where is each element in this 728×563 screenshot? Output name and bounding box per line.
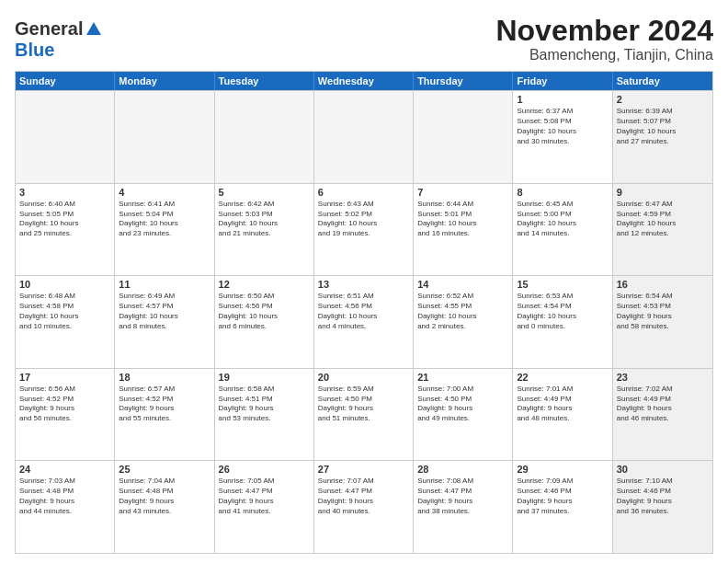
day-number: 21 (417, 372, 508, 383)
calendar-cell: 24Sunrise: 7:03 AMSunset: 4:48 PMDayligh… (16, 461, 115, 553)
day-number: 15 (517, 279, 608, 290)
calendar-cell: 7Sunrise: 6:44 AMSunset: 5:01 PMDaylight… (414, 184, 513, 276)
day-number: 19 (219, 372, 310, 383)
day-number: 18 (119, 372, 210, 383)
day-info: Sunrise: 6:56 AMSunset: 4:52 PMDaylight:… (19, 385, 110, 424)
calendar-cell: 29Sunrise: 7:09 AMSunset: 4:46 PMDayligh… (513, 461, 612, 553)
day-number: 25 (119, 464, 210, 475)
calendar-cell: 18Sunrise: 6:57 AMSunset: 4:52 PMDayligh… (115, 369, 214, 461)
day-number: 9 (617, 187, 709, 198)
day-number: 7 (417, 187, 508, 198)
page: General Blue November 2024 Bamencheng, T… (0, 0, 728, 563)
day-number: 20 (318, 372, 409, 383)
day-number: 4 (119, 187, 210, 198)
calendar-cell: 15Sunrise: 6:53 AMSunset: 4:54 PMDayligh… (513, 276, 612, 368)
day-info: Sunrise: 6:47 AMSunset: 4:59 PMDaylight:… (617, 200, 709, 239)
month-title: November 2024 (495, 15, 713, 47)
calendar-cell: 9Sunrise: 6:47 AMSunset: 4:59 PMDaylight… (613, 184, 712, 276)
calendar-day-header: Saturday (613, 72, 712, 90)
day-number: 27 (318, 464, 409, 475)
day-info: Sunrise: 6:37 AMSunset: 5:08 PMDaylight:… (517, 107, 608, 146)
day-info: Sunrise: 6:42 AMSunset: 5:03 PMDaylight:… (219, 200, 310, 239)
day-info: Sunrise: 6:53 AMSunset: 4:54 PMDaylight:… (517, 292, 608, 331)
day-number: 22 (517, 372, 608, 383)
day-number: 29 (517, 464, 608, 475)
calendar-day-header: Tuesday (215, 72, 314, 90)
day-info: Sunrise: 6:51 AMSunset: 4:56 PMDaylight:… (318, 292, 409, 331)
calendar-week: 24Sunrise: 7:03 AMSunset: 4:48 PMDayligh… (16, 460, 712, 553)
day-number: 1 (517, 94, 608, 105)
day-info: Sunrise: 7:05 AMSunset: 4:47 PMDaylight:… (219, 477, 310, 516)
day-number: 5 (219, 187, 310, 198)
day-number: 6 (318, 187, 409, 198)
calendar-cell: 5Sunrise: 6:42 AMSunset: 5:03 PMDaylight… (215, 184, 314, 276)
calendar-week: 17Sunrise: 6:56 AMSunset: 4:52 PMDayligh… (16, 368, 712, 461)
day-number: 23 (617, 372, 709, 383)
calendar-cell: 8Sunrise: 6:45 AMSunset: 5:00 PMDaylight… (513, 184, 612, 276)
calendar-cell: 16Sunrise: 6:54 AMSunset: 4:53 PMDayligh… (613, 276, 712, 368)
calendar-week: 1Sunrise: 6:37 AMSunset: 5:08 PMDaylight… (16, 90, 712, 183)
day-info: Sunrise: 6:48 AMSunset: 4:58 PMDaylight:… (19, 292, 110, 331)
calendar-header: SundayMondayTuesdayWednesdayThursdayFrid… (16, 72, 712, 90)
calendar-cell: 10Sunrise: 6:48 AMSunset: 4:58 PMDayligh… (16, 276, 115, 368)
day-info: Sunrise: 6:58 AMSunset: 4:51 PMDaylight:… (219, 385, 310, 424)
day-number: 14 (417, 279, 508, 290)
day-number: 17 (19, 372, 110, 383)
day-number: 26 (219, 464, 310, 475)
day-info: Sunrise: 6:52 AMSunset: 4:55 PMDaylight:… (417, 292, 508, 331)
calendar-cell: 21Sunrise: 7:00 AMSunset: 4:50 PMDayligh… (414, 369, 513, 461)
day-info: Sunrise: 6:39 AMSunset: 5:07 PMDaylight:… (617, 107, 709, 146)
day-number: 12 (219, 279, 310, 290)
calendar-day-header: Wednesday (314, 72, 414, 90)
calendar-week: 10Sunrise: 6:48 AMSunset: 4:58 PMDayligh… (16, 275, 712, 368)
calendar-day-header: Monday (115, 72, 214, 90)
location-subtitle: Bamencheng, Tianjin, China (495, 47, 713, 63)
day-info: Sunrise: 6:40 AMSunset: 5:05 PMDaylight:… (19, 200, 110, 239)
day-number: 3 (19, 187, 110, 198)
calendar-cell: 22Sunrise: 7:01 AMSunset: 4:49 PMDayligh… (513, 369, 612, 461)
calendar-cell: 19Sunrise: 6:58 AMSunset: 4:51 PMDayligh… (215, 369, 314, 461)
calendar-cell: 4Sunrise: 6:41 AMSunset: 5:04 PMDaylight… (115, 184, 214, 276)
calendar-cell: 27Sunrise: 7:07 AMSunset: 4:47 PMDayligh… (314, 461, 414, 553)
calendar-cell: 28Sunrise: 7:08 AMSunset: 4:47 PMDayligh… (414, 461, 513, 553)
day-info: Sunrise: 7:01 AMSunset: 4:49 PMDaylight:… (517, 385, 608, 424)
calendar-cell: 2Sunrise: 6:39 AMSunset: 5:07 PMDaylight… (613, 91, 712, 183)
calendar-cell (314, 91, 414, 183)
calendar-cell: 25Sunrise: 7:04 AMSunset: 4:48 PMDayligh… (115, 461, 214, 553)
logo: General Blue (15, 18, 103, 61)
calendar: SundayMondayTuesdayWednesdayThursdayFrid… (15, 71, 713, 554)
calendar-cell: 14Sunrise: 6:52 AMSunset: 4:55 PMDayligh… (414, 276, 513, 368)
logo-triangle-icon (85, 20, 103, 39)
calendar-cell: 6Sunrise: 6:43 AMSunset: 5:02 PMDaylight… (314, 184, 414, 276)
logo-general: General (15, 18, 83, 40)
day-info: Sunrise: 7:04 AMSunset: 4:48 PMDaylight:… (119, 477, 210, 516)
calendar-cell: 20Sunrise: 6:59 AMSunset: 4:50 PMDayligh… (314, 369, 414, 461)
day-info: Sunrise: 6:43 AMSunset: 5:02 PMDaylight:… (318, 200, 409, 239)
svg-marker-0 (86, 22, 101, 35)
day-info: Sunrise: 6:49 AMSunset: 4:57 PMDaylight:… (119, 292, 210, 331)
day-info: Sunrise: 6:54 AMSunset: 4:53 PMDaylight:… (617, 292, 709, 331)
day-info: Sunrise: 6:57 AMSunset: 4:52 PMDaylight:… (119, 385, 210, 424)
calendar-week: 3Sunrise: 6:40 AMSunset: 5:05 PMDaylight… (16, 183, 712, 276)
calendar-cell: 26Sunrise: 7:05 AMSunset: 4:47 PMDayligh… (215, 461, 314, 553)
day-info: Sunrise: 7:00 AMSunset: 4:50 PMDaylight:… (417, 385, 508, 424)
day-number: 30 (617, 464, 709, 475)
day-info: Sunrise: 7:02 AMSunset: 4:49 PMDaylight:… (617, 385, 709, 424)
calendar-cell: 12Sunrise: 6:50 AMSunset: 4:56 PMDayligh… (215, 276, 314, 368)
calendar-cell: 17Sunrise: 6:56 AMSunset: 4:52 PMDayligh… (16, 369, 115, 461)
day-number: 13 (318, 279, 409, 290)
calendar-cell: 23Sunrise: 7:02 AMSunset: 4:49 PMDayligh… (613, 369, 712, 461)
day-number: 2 (617, 94, 709, 105)
day-number: 24 (19, 464, 110, 475)
calendar-day-header: Sunday (16, 72, 115, 90)
day-info: Sunrise: 6:59 AMSunset: 4:50 PMDaylight:… (318, 385, 409, 424)
calendar-cell: 1Sunrise: 6:37 AMSunset: 5:08 PMDaylight… (513, 91, 612, 183)
title-block: November 2024 Bamencheng, Tianjin, China (495, 15, 713, 63)
calendar-cell (215, 91, 314, 183)
day-number: 8 (517, 187, 608, 198)
calendar-cell (16, 91, 115, 183)
calendar-day-header: Friday (513, 72, 612, 90)
day-number: 28 (417, 464, 508, 475)
day-info: Sunrise: 6:50 AMSunset: 4:56 PMDaylight:… (219, 292, 310, 331)
calendar-day-header: Thursday (414, 72, 513, 90)
